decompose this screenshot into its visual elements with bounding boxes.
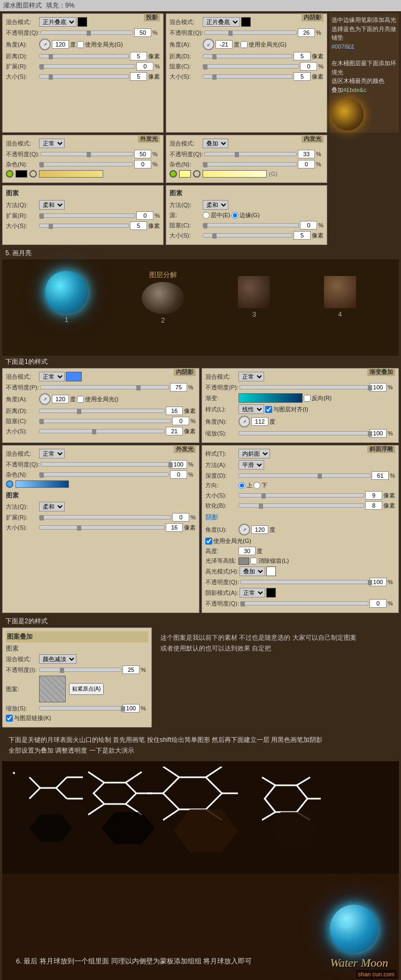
dijia-gradient-bar[interactable]: [238, 393, 303, 403]
neiyin-block-slider[interactable]: [203, 64, 299, 68]
neiyin2-dist-input[interactable]: [166, 407, 183, 415]
dijia-scale-slider[interactable]: [238, 431, 368, 435]
shadow-color[interactable]: [266, 588, 276, 598]
tougying-blend-select[interactable]: 正片叠底: [39, 17, 76, 27]
xiemian-up-radio[interactable]: 上: [238, 481, 252, 489]
neiyin-opacity-input[interactable]: [298, 28, 315, 37]
yinying-remove-checkbox[interactable]: 消除锯齿(L): [250, 557, 289, 565]
waifaguang-opacity-input[interactable]: [134, 150, 151, 158]
highlight-mode-select[interactable]: 叠加: [240, 566, 265, 576]
neiyin2-blend-select[interactable]: 正常: [39, 372, 65, 381]
tuxiang2-block-input[interactable]: [300, 221, 317, 229]
dijia-angle-dial[interactable]: ↗: [238, 416, 250, 427]
waifaguang2-color-dot[interactable]: [6, 480, 13, 488]
neiyin2-block-input[interactable]: [172, 417, 189, 425]
yinying-height-input[interactable]: [238, 547, 256, 555]
xiemian-down-radio[interactable]: 下: [253, 481, 267, 489]
anye-scale-slider[interactable]: [39, 706, 121, 710]
tougying-global-checkbox[interactable]: 使用全局光(G): [77, 41, 123, 49]
neifaguang-opacity-input[interactable]: [298, 150, 315, 158]
tuxiang2-block-slider[interactable]: [203, 223, 299, 227]
neifaguang-color1[interactable]: [179, 170, 191, 178]
dijia-angle-input[interactable]: [251, 417, 268, 426]
shadow-opacity-slider[interactable]: [240, 601, 368, 606]
tougying-spread-slider[interactable]: [39, 64, 135, 68]
waifaguang-gradient[interactable]: [39, 170, 103, 178]
anye-pattern-preview[interactable]: [39, 676, 66, 702]
waifaguang-color1[interactable]: [16, 170, 27, 178]
neiyin-dist-slider[interactable]: [203, 54, 292, 58]
neifaguang-gradient[interactable]: [203, 170, 267, 178]
neiyin-angle-dial[interactable]: ↙: [203, 39, 214, 50]
tuxiang2-size-input[interactable]: [294, 231, 311, 240]
waifaguang-blend-select[interactable]: 正常: [39, 139, 65, 148]
waifaguang-radio1[interactable]: [6, 170, 13, 178]
tougying-opacity-slider[interactable]: [41, 30, 133, 35]
neifaguang-radio2[interactable]: [193, 170, 200, 178]
xiemian-soft-input[interactable]: [365, 501, 382, 510]
tuxiang3-spread-input[interactable]: [172, 513, 189, 522]
waifaguang2-blend-select[interactable]: 正常: [39, 449, 65, 458]
neiyin-color-swatch[interactable]: [241, 17, 251, 27]
neiyin-angle-input[interactable]: [215, 40, 233, 49]
waifaguang2-noise-input[interactable]: [170, 470, 187, 479]
tuxiang2-method-select[interactable]: 柔和: [203, 200, 228, 210]
yinying-global-checkbox[interactable]: 使用全局光(G): [205, 537, 251, 545]
waifaguang2-opacity-slider[interactable]: [41, 462, 169, 466]
tougying-size-input[interactable]: [130, 72, 147, 81]
anye-opacity-input[interactable]: [122, 665, 140, 674]
tuxiang3-spread-slider[interactable]: [39, 515, 171, 519]
waifaguang2-gradient[interactable]: [16, 480, 69, 488]
dijia-blend-select[interactable]: 正常: [238, 372, 264, 381]
yinying-angle-dial[interactable]: ↗: [238, 524, 250, 535]
shadow-opacity-input[interactable]: [369, 599, 387, 608]
neifaguang-noise-slider[interactable]: [203, 162, 297, 166]
tuxiang1-spread-input[interactable]: [136, 211, 153, 220]
neiyin2-global-checkbox[interactable]: 使用全局光(): [77, 395, 118, 403]
neiyin-dist-input[interactable]: [294, 52, 311, 60]
xiemian-soft-slider[interactable]: [238, 503, 364, 508]
neiyin2-color[interactable]: [66, 372, 82, 381]
xiemian-method-select[interactable]: 平滑: [238, 460, 264, 470]
tougying-spread-input[interactable]: [136, 62, 153, 71]
neiyin-blend-select[interactable]: 正片叠底: [203, 17, 240, 27]
neiyin2-opacity-slider[interactable]: [40, 385, 169, 389]
tuxiang3-size-slider[interactable]: [39, 525, 165, 530]
tuxiang3-method-select[interactable]: 柔和: [39, 502, 65, 511]
neiyin2-opacity-input[interactable]: [170, 383, 187, 392]
gloss-curve[interactable]: [238, 557, 249, 565]
neifaguang-noise-input[interactable]: [298, 160, 315, 169]
tuxiang1-method-select[interactable]: 柔和: [39, 200, 65, 210]
tuxiang1-spread-slider[interactable]: [39, 213, 135, 218]
neiyin2-size-slider[interactable]: [39, 429, 165, 433]
anye-link-checkbox[interactable]: 与图层链接(K): [6, 714, 51, 722]
tougying-dist-input[interactable]: [130, 52, 147, 60]
paste-origin-button[interactable]: 贴紧原点(A): [69, 683, 104, 695]
xiemian-depth-slider[interactable]: [238, 473, 371, 478]
source-edge-radio[interactable]: 边缘(G): [232, 211, 260, 219]
neiyin-size-slider[interactable]: [203, 74, 292, 79]
neiyin2-dist-slider[interactable]: [39, 409, 165, 413]
neifaguang-opacity-slider[interactable]: [204, 152, 297, 156]
waifaguang-noise-input[interactable]: [134, 160, 151, 169]
waifaguang2-noise-slider[interactable]: [39, 472, 169, 477]
dijia-align-checkbox[interactable]: 与图层对齐(I): [265, 405, 308, 414]
neifaguang-blend-select[interactable]: 叠加: [203, 139, 228, 148]
tougying-size-slider[interactable]: [39, 74, 129, 79]
neiyin-size-input[interactable]: [294, 72, 311, 81]
xiemian-depth-input[interactable]: [372, 471, 389, 480]
dijia-opacity-slider[interactable]: [240, 385, 368, 389]
neiyin-block-input[interactable]: [300, 62, 317, 71]
tougying-color-swatch[interactable]: [78, 17, 87, 27]
waifaguang-radio2[interactable]: [29, 170, 37, 178]
tuxiang1-size-input[interactable]: [130, 221, 147, 230]
neiyin-opacity-slider[interactable]: [204, 30, 297, 35]
neifaguang-radio1[interactable]: [169, 170, 177, 178]
anye-blend-select[interactable]: 颜色减淡: [39, 654, 76, 664]
tougying-angle-dial[interactable]: ↗: [39, 39, 51, 50]
neiyin2-size-input[interactable]: [166, 427, 183, 435]
neiyin-global-checkbox[interactable]: 使用全局光(G): [241, 41, 287, 49]
anye-opacity-slider[interactable]: [39, 668, 121, 672]
neiyin2-block-slider[interactable]: [39, 419, 171, 423]
highlight-color[interactable]: [266, 566, 276, 576]
